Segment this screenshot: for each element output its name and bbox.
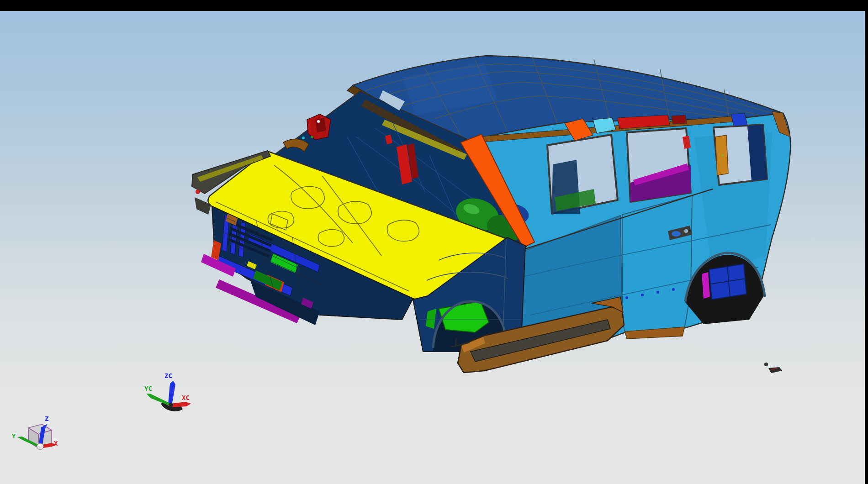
wcs-z-axis[interactable] <box>168 381 175 405</box>
rear-door-panel[interactable] <box>622 195 692 332</box>
view-y-label: Y <box>12 432 16 440</box>
wcs-x-label: XC <box>182 394 190 401</box>
cad-graphics-viewport[interactable]: ZC YC XC Z Y X <box>0 0 868 484</box>
wcs-z-label: ZC <box>164 372 172 379</box>
view-z-label: Z <box>45 415 48 422</box>
wcs-y-label: YC <box>144 385 152 392</box>
model-canvas: ZC YC XC Z Y X <box>0 0 868 484</box>
right-letterbox-bar <box>865 0 868 484</box>
wcs-triad[interactable]: ZC YC XC <box>144 372 191 411</box>
sphere-highlight <box>38 444 41 447</box>
debris <box>764 363 782 373</box>
wcs-y-axis[interactable] <box>146 394 172 407</box>
car-model <box>192 56 790 373</box>
view-triad[interactable]: Z Y X <box>12 415 58 450</box>
view-origin-sphere[interactable] <box>37 443 43 450</box>
wcs-x-axis[interactable] <box>171 402 191 407</box>
wcs-origin[interactable] <box>169 403 173 407</box>
top-letterbox-bar <box>0 0 868 11</box>
view-x-label: X <box>54 440 58 447</box>
